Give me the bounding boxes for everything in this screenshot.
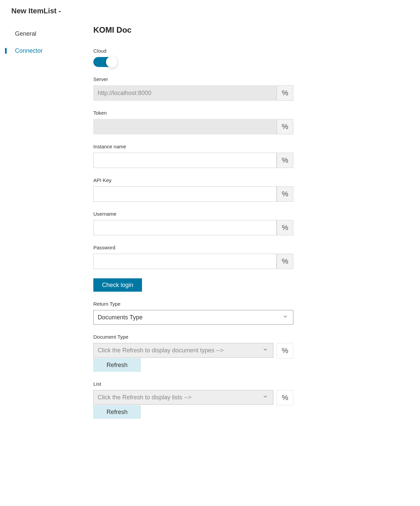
api-key-percent-button[interactable]: % [277, 186, 293, 202]
return-type-value: Documents Type [98, 314, 143, 321]
return-type-select[interactable]: Documents Type [93, 310, 293, 325]
username-label: Username [93, 211, 293, 217]
instance-name-input[interactable] [93, 153, 277, 168]
sidebar: General Connector [0, 25, 93, 419]
api-key-label: API Key [93, 177, 293, 183]
sidebar-item-connector[interactable]: Connector [5, 42, 93, 59]
sidebar-item-label: Connector [15, 47, 43, 54]
username-input[interactable] [93, 220, 277, 235]
document-type-label: Document Type [93, 334, 293, 340]
sidebar-item-label: General [15, 30, 36, 37]
server-label: Server [93, 76, 293, 82]
document-type-refresh-button[interactable]: Refresh [93, 358, 141, 372]
check-login-button[interactable]: Check login [93, 278, 142, 292]
server-input [93, 85, 277, 101]
section-title: KOMI Doc [93, 25, 293, 35]
instance-name-percent-button[interactable]: % [277, 153, 293, 168]
page-title: New ItemList - [0, 7, 420, 25]
chevron-down-icon [262, 394, 268, 401]
cloud-toggle[interactable] [93, 57, 117, 67]
cloud-label: Cloud [93, 48, 293, 54]
password-input[interactable] [93, 254, 277, 269]
token-percent-button[interactable]: % [277, 119, 293, 134]
username-percent-button[interactable]: % [277, 220, 293, 235]
api-key-input[interactable] [93, 186, 277, 202]
password-label: Password [93, 245, 293, 250]
list-label: List [93, 381, 293, 387]
list-placeholder: Click the Refresh to display lists --> [98, 394, 192, 401]
instance-name-label: Instance name [93, 144, 293, 149]
chevron-down-icon [262, 347, 268, 354]
token-input [93, 119, 277, 134]
server-percent-button[interactable]: % [277, 85, 293, 101]
list-select[interactable]: Click the Refresh to display lists --> [93, 390, 273, 405]
token-label: Token [93, 110, 293, 116]
chevron-down-icon [282, 314, 288, 321]
sidebar-item-general[interactable]: General [5, 25, 93, 42]
password-percent-button[interactable]: % [277, 254, 293, 269]
document-type-select[interactable]: Click the Refresh to display document ty… [93, 343, 273, 358]
main-content: KOMI Doc Cloud Server % Token % [93, 25, 420, 419]
list-refresh-button[interactable]: Refresh [93, 405, 141, 419]
document-type-percent-button[interactable]: % [277, 343, 293, 358]
toggle-knob [106, 56, 117, 68]
return-type-label: Return Type [93, 301, 293, 307]
list-percent-button[interactable]: % [277, 390, 293, 405]
document-type-placeholder: Click the Refresh to display document ty… [98, 347, 224, 354]
